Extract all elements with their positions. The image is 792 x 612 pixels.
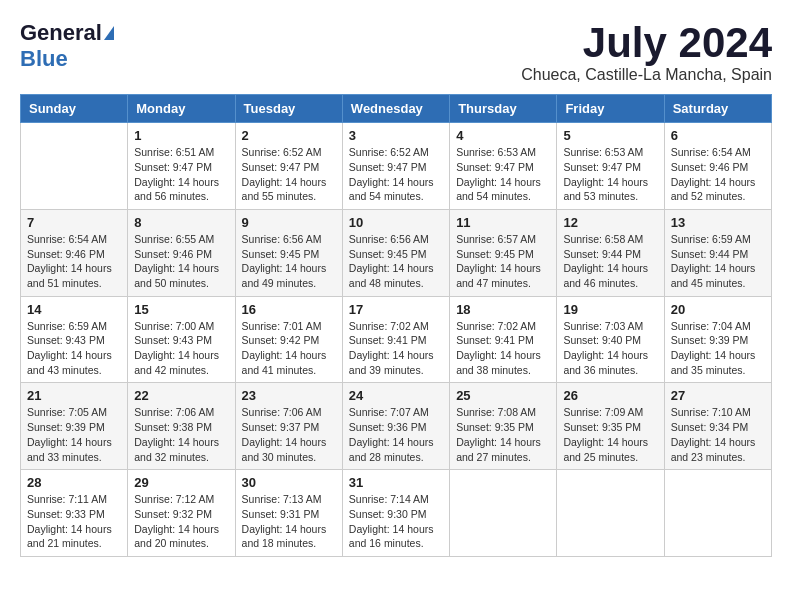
calendar-cell: 3Sunrise: 6:52 AMSunset: 9:47 PMDaylight… <box>342 123 449 210</box>
calendar-cell: 28Sunrise: 7:11 AMSunset: 9:33 PMDayligh… <box>21 470 128 557</box>
calendar-cell: 14Sunrise: 6:59 AMSunset: 9:43 PMDayligh… <box>21 296 128 383</box>
day-info: Sunrise: 7:13 AMSunset: 9:31 PMDaylight:… <box>242 492 336 551</box>
calendar-cell: 23Sunrise: 7:06 AMSunset: 9:37 PMDayligh… <box>235 383 342 470</box>
day-info: Sunrise: 7:01 AMSunset: 9:42 PMDaylight:… <box>242 319 336 378</box>
day-info: Sunrise: 7:10 AMSunset: 9:34 PMDaylight:… <box>671 405 765 464</box>
calendar-cell: 1Sunrise: 6:51 AMSunset: 9:47 PMDaylight… <box>128 123 235 210</box>
day-info: Sunrise: 6:54 AMSunset: 9:46 PMDaylight:… <box>27 232 121 291</box>
day-info: Sunrise: 6:52 AMSunset: 9:47 PMDaylight:… <box>349 145 443 204</box>
weekday-header-sunday: Sunday <box>21 95 128 123</box>
title-area: July 2024 Chueca, Castille-La Mancha, Sp… <box>521 20 772 84</box>
day-number: 29 <box>134 475 228 490</box>
day-info: Sunrise: 7:08 AMSunset: 9:35 PMDaylight:… <box>456 405 550 464</box>
weekday-header-row: SundayMondayTuesdayWednesdayThursdayFrid… <box>21 95 772 123</box>
day-number: 19 <box>563 302 657 317</box>
calendar-cell: 16Sunrise: 7:01 AMSunset: 9:42 PMDayligh… <box>235 296 342 383</box>
calendar-cell: 4Sunrise: 6:53 AMSunset: 9:47 PMDaylight… <box>450 123 557 210</box>
weekday-header-tuesday: Tuesday <box>235 95 342 123</box>
day-number: 11 <box>456 215 550 230</box>
day-number: 3 <box>349 128 443 143</box>
calendar-cell: 11Sunrise: 6:57 AMSunset: 9:45 PMDayligh… <box>450 209 557 296</box>
calendar-table: SundayMondayTuesdayWednesdayThursdayFrid… <box>20 94 772 557</box>
day-info: Sunrise: 7:05 AMSunset: 9:39 PMDaylight:… <box>27 405 121 464</box>
calendar-cell: 21Sunrise: 7:05 AMSunset: 9:39 PMDayligh… <box>21 383 128 470</box>
day-number: 4 <box>456 128 550 143</box>
day-info: Sunrise: 6:58 AMSunset: 9:44 PMDaylight:… <box>563 232 657 291</box>
day-info: Sunrise: 6:52 AMSunset: 9:47 PMDaylight:… <box>242 145 336 204</box>
day-info: Sunrise: 7:12 AMSunset: 9:32 PMDaylight:… <box>134 492 228 551</box>
calendar-cell: 29Sunrise: 7:12 AMSunset: 9:32 PMDayligh… <box>128 470 235 557</box>
calendar-cell: 5Sunrise: 6:53 AMSunset: 9:47 PMDaylight… <box>557 123 664 210</box>
day-number: 5 <box>563 128 657 143</box>
day-number: 16 <box>242 302 336 317</box>
week-row-4: 21Sunrise: 7:05 AMSunset: 9:39 PMDayligh… <box>21 383 772 470</box>
day-number: 27 <box>671 388 765 403</box>
calendar-cell: 9Sunrise: 6:56 AMSunset: 9:45 PMDaylight… <box>235 209 342 296</box>
day-number: 24 <box>349 388 443 403</box>
calendar-cell: 25Sunrise: 7:08 AMSunset: 9:35 PMDayligh… <box>450 383 557 470</box>
calendar-cell: 18Sunrise: 7:02 AMSunset: 9:41 PMDayligh… <box>450 296 557 383</box>
day-number: 13 <box>671 215 765 230</box>
calendar-cell: 27Sunrise: 7:10 AMSunset: 9:34 PMDayligh… <box>664 383 771 470</box>
day-info: Sunrise: 6:57 AMSunset: 9:45 PMDaylight:… <box>456 232 550 291</box>
logo-arrow-icon <box>104 26 114 40</box>
calendar-cell: 31Sunrise: 7:14 AMSunset: 9:30 PMDayligh… <box>342 470 449 557</box>
week-row-5: 28Sunrise: 7:11 AMSunset: 9:33 PMDayligh… <box>21 470 772 557</box>
calendar-cell: 30Sunrise: 7:13 AMSunset: 9:31 PMDayligh… <box>235 470 342 557</box>
page-header: General Blue July 2024 Chueca, Castille-… <box>20 20 772 84</box>
day-info: Sunrise: 6:53 AMSunset: 9:47 PMDaylight:… <box>563 145 657 204</box>
day-number: 9 <box>242 215 336 230</box>
calendar-cell: 19Sunrise: 7:03 AMSunset: 9:40 PMDayligh… <box>557 296 664 383</box>
day-number: 23 <box>242 388 336 403</box>
calendar-cell: 17Sunrise: 7:02 AMSunset: 9:41 PMDayligh… <box>342 296 449 383</box>
day-info: Sunrise: 6:59 AMSunset: 9:44 PMDaylight:… <box>671 232 765 291</box>
day-number: 17 <box>349 302 443 317</box>
day-info: Sunrise: 7:14 AMSunset: 9:30 PMDaylight:… <box>349 492 443 551</box>
calendar-cell: 15Sunrise: 7:00 AMSunset: 9:43 PMDayligh… <box>128 296 235 383</box>
logo-blue-text: Blue <box>20 46 68 72</box>
calendar-cell: 26Sunrise: 7:09 AMSunset: 9:35 PMDayligh… <box>557 383 664 470</box>
calendar-cell <box>557 470 664 557</box>
day-number: 12 <box>563 215 657 230</box>
day-info: Sunrise: 6:59 AMSunset: 9:43 PMDaylight:… <box>27 319 121 378</box>
week-row-2: 7Sunrise: 6:54 AMSunset: 9:46 PMDaylight… <box>21 209 772 296</box>
day-info: Sunrise: 6:54 AMSunset: 9:46 PMDaylight:… <box>671 145 765 204</box>
day-number: 30 <box>242 475 336 490</box>
day-number: 14 <box>27 302 121 317</box>
day-info: Sunrise: 7:06 AMSunset: 9:37 PMDaylight:… <box>242 405 336 464</box>
day-info: Sunrise: 6:51 AMSunset: 9:47 PMDaylight:… <box>134 145 228 204</box>
day-number: 31 <box>349 475 443 490</box>
weekday-header-friday: Friday <box>557 95 664 123</box>
day-number: 15 <box>134 302 228 317</box>
calendar-cell: 8Sunrise: 6:55 AMSunset: 9:46 PMDaylight… <box>128 209 235 296</box>
location-title: Chueca, Castille-La Mancha, Spain <box>521 66 772 84</box>
day-number: 25 <box>456 388 550 403</box>
calendar-cell: 20Sunrise: 7:04 AMSunset: 9:39 PMDayligh… <box>664 296 771 383</box>
day-info: Sunrise: 6:55 AMSunset: 9:46 PMDaylight:… <box>134 232 228 291</box>
day-info: Sunrise: 7:02 AMSunset: 9:41 PMDaylight:… <box>456 319 550 378</box>
month-title: July 2024 <box>521 20 772 66</box>
weekday-header-wednesday: Wednesday <box>342 95 449 123</box>
logo-general-text: General <box>20 20 102 46</box>
day-number: 7 <box>27 215 121 230</box>
weekday-header-monday: Monday <box>128 95 235 123</box>
day-info: Sunrise: 7:06 AMSunset: 9:38 PMDaylight:… <box>134 405 228 464</box>
calendar-cell: 7Sunrise: 6:54 AMSunset: 9:46 PMDaylight… <box>21 209 128 296</box>
logo: General Blue <box>20 20 114 72</box>
day-info: Sunrise: 7:07 AMSunset: 9:36 PMDaylight:… <box>349 405 443 464</box>
weekday-header-saturday: Saturday <box>664 95 771 123</box>
day-info: Sunrise: 7:00 AMSunset: 9:43 PMDaylight:… <box>134 319 228 378</box>
calendar-cell: 6Sunrise: 6:54 AMSunset: 9:46 PMDaylight… <box>664 123 771 210</box>
day-info: Sunrise: 6:56 AMSunset: 9:45 PMDaylight:… <box>349 232 443 291</box>
day-number: 1 <box>134 128 228 143</box>
day-number: 10 <box>349 215 443 230</box>
calendar-cell: 10Sunrise: 6:56 AMSunset: 9:45 PMDayligh… <box>342 209 449 296</box>
calendar-cell <box>450 470 557 557</box>
day-number: 21 <box>27 388 121 403</box>
day-info: Sunrise: 7:03 AMSunset: 9:40 PMDaylight:… <box>563 319 657 378</box>
calendar-cell: 2Sunrise: 6:52 AMSunset: 9:47 PMDaylight… <box>235 123 342 210</box>
day-info: Sunrise: 7:09 AMSunset: 9:35 PMDaylight:… <box>563 405 657 464</box>
day-info: Sunrise: 7:04 AMSunset: 9:39 PMDaylight:… <box>671 319 765 378</box>
calendar-cell: 13Sunrise: 6:59 AMSunset: 9:44 PMDayligh… <box>664 209 771 296</box>
calendar-cell: 12Sunrise: 6:58 AMSunset: 9:44 PMDayligh… <box>557 209 664 296</box>
